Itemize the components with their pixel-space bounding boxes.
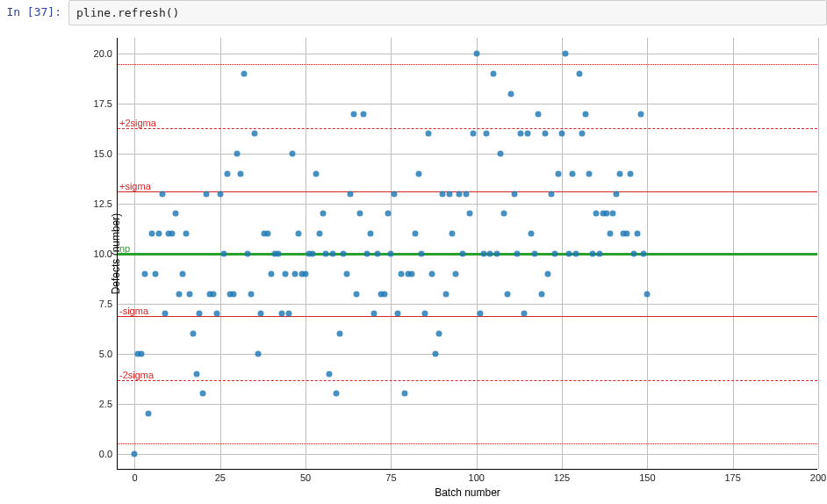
data-point xyxy=(449,231,456,237)
control-line-+2sigma xyxy=(118,128,817,129)
data-point xyxy=(593,211,599,217)
data-point xyxy=(204,191,210,197)
data-point xyxy=(173,211,179,217)
x-tick-label: 150 xyxy=(639,472,655,483)
data-point xyxy=(357,211,363,217)
y-tick-label: 0.0 xyxy=(99,449,112,459)
data-point xyxy=(347,191,353,197)
control-line-label--sigma: -sigma xyxy=(119,306,148,316)
data-point xyxy=(487,251,493,257)
data-point xyxy=(244,251,250,257)
data-point xyxy=(169,231,176,237)
y-tick-label: 17.5 xyxy=(94,98,112,109)
data-point xyxy=(460,251,466,257)
data-point xyxy=(220,251,227,257)
data-point xyxy=(251,131,257,137)
data-point xyxy=(159,191,165,197)
data-point xyxy=(603,211,609,217)
control-line-label--2sigma: -2sigma xyxy=(119,370,154,380)
data-point xyxy=(200,391,206,397)
data-point xyxy=(446,191,452,197)
data-point xyxy=(552,251,558,257)
data-point xyxy=(457,191,463,197)
data-point xyxy=(224,170,230,176)
data-point xyxy=(231,291,237,297)
data-point xyxy=(511,191,517,197)
x-axis-label: Batch number xyxy=(435,486,500,499)
gridline-horizontal xyxy=(118,304,817,305)
data-point xyxy=(343,270,349,277)
data-point xyxy=(248,291,254,297)
gridline-horizontal xyxy=(118,104,817,104)
data-point xyxy=(139,350,145,356)
plot-axes: Batch number Defects (number) 0255075100… xyxy=(117,38,817,470)
code-input[interactable]: pline.refresh() xyxy=(68,0,827,25)
data-point xyxy=(634,231,640,237)
code-cell: In [37]: pline.refresh() xyxy=(0,0,827,25)
control-line-label-+2sigma: +2sigma xyxy=(119,118,156,128)
data-point xyxy=(565,251,572,257)
data-point xyxy=(435,331,442,337)
data-point xyxy=(361,111,367,117)
data-point xyxy=(234,151,241,157)
control-line-label-np: np xyxy=(119,243,130,254)
data-point xyxy=(381,291,387,297)
y-tick-label: 15.0 xyxy=(94,148,112,159)
data-point xyxy=(466,211,472,217)
data-point xyxy=(630,251,636,257)
data-point xyxy=(255,350,261,356)
data-point xyxy=(617,170,623,176)
x-tick-label: 25 xyxy=(215,472,226,483)
data-point xyxy=(388,251,394,257)
data-point xyxy=(470,131,476,137)
data-point xyxy=(190,331,196,337)
data-point xyxy=(148,231,155,237)
data-point xyxy=(624,231,630,237)
data-point xyxy=(500,211,507,217)
data-point xyxy=(269,270,275,277)
data-point xyxy=(419,251,425,257)
data-point xyxy=(586,170,593,176)
data-point xyxy=(323,251,329,257)
data-point xyxy=(210,291,216,297)
data-point xyxy=(415,170,421,176)
data-point xyxy=(385,211,391,217)
data-point xyxy=(368,231,374,237)
data-point xyxy=(607,231,613,237)
data-point xyxy=(627,170,633,176)
data-point xyxy=(596,251,602,257)
y-tick-label: 10.0 xyxy=(94,248,112,259)
data-point xyxy=(183,231,189,237)
data-point xyxy=(412,231,418,237)
control-line-+3sigma xyxy=(118,64,817,65)
data-point xyxy=(477,311,483,317)
gridline-horizontal xyxy=(118,404,817,405)
data-point xyxy=(162,311,169,317)
x-tick-label: 175 xyxy=(724,472,740,483)
data-point xyxy=(370,311,377,317)
data-point xyxy=(395,311,401,317)
data-point xyxy=(535,111,541,117)
data-point xyxy=(132,450,138,457)
data-point xyxy=(152,270,158,277)
data-point xyxy=(296,231,302,237)
data-point xyxy=(579,131,586,137)
data-point xyxy=(337,331,343,337)
data-point xyxy=(354,291,360,297)
data-point xyxy=(401,391,407,397)
data-point xyxy=(213,311,219,317)
data-point xyxy=(309,251,315,257)
data-point xyxy=(364,251,370,257)
y-tick-label: 7.5 xyxy=(99,299,112,309)
gridline-horizontal xyxy=(118,54,817,54)
x-tick-label: 50 xyxy=(300,472,311,483)
y-tick-label: 5.0 xyxy=(99,349,112,359)
data-point xyxy=(504,291,510,297)
data-point xyxy=(514,251,521,257)
data-point xyxy=(142,270,148,277)
data-point xyxy=(155,231,162,237)
data-point xyxy=(439,191,445,197)
data-point xyxy=(497,151,503,157)
data-point xyxy=(316,231,322,237)
y-tick-label: 20.0 xyxy=(94,48,112,59)
